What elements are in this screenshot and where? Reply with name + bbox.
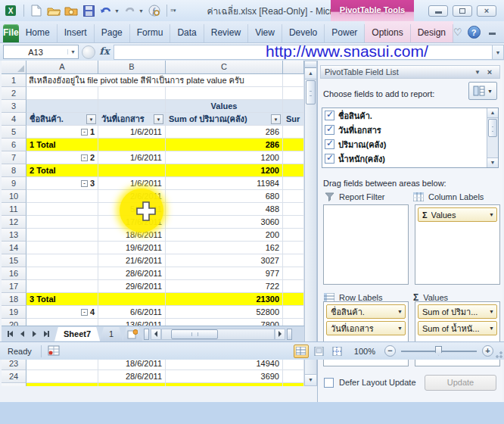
redo-icon[interactable]	[123, 4, 137, 17]
update-button[interactable]: Update	[425, 375, 496, 391]
row-header-8[interactable]: 8	[2, 164, 26, 177]
row-header-14[interactable]: 14	[2, 242, 26, 254]
cell-A9[interactable]: -3	[26, 177, 98, 190]
formula-input[interactable]: http://www.snasui.com/	[114, 45, 492, 60]
tab-insert[interactable]: Insert	[58, 24, 95, 42]
cell-C17[interactable]: 722	[166, 280, 283, 293]
cell-C9[interactable]: 11984	[166, 177, 283, 190]
field-pill[interactable]: วันที่เอกสาร▼	[326, 321, 406, 335]
cell-A17[interactable]	[26, 280, 98, 293]
resize-grip[interactable]	[493, 349, 502, 358]
filter-dropdown-icon[interactable]: ▼	[86, 114, 96, 124]
cell-C18[interactable]: 21300	[166, 293, 283, 306]
cell-D8[interactable]	[283, 164, 304, 177]
field-list-scrollbar[interactable]: ▲ ▼	[487, 108, 498, 167]
cell-C2[interactable]	[166, 87, 283, 100]
insert-worksheet-tab[interactable]	[123, 327, 142, 341]
tab-file[interactable]: File	[3, 24, 19, 42]
pill-dropdown-icon[interactable]: ▼	[397, 326, 403, 331]
column-header-C[interactable]: C	[166, 61, 283, 74]
excel-logo-icon[interactable]: X	[5, 4, 18, 17]
next-sheet-icon[interactable]	[29, 329, 39, 339]
insert-function-button[interactable]: fx	[95, 45, 114, 59]
pill-dropdown-icon[interactable]: ▼	[489, 326, 494, 331]
cell-D17[interactable]	[283, 280, 304, 293]
cell-C10[interactable]: 680	[166, 190, 283, 203]
pane-close-icon[interactable]: ×	[484, 67, 496, 76]
cell-B18[interactable]	[98, 293, 166, 306]
view-normal-button[interactable]	[294, 344, 309, 358]
cell-C16[interactable]: 977	[166, 267, 283, 280]
cell-B6[interactable]	[98, 139, 166, 151]
pill-dropdown-icon[interactable]: ▼	[489, 212, 494, 217]
field-list-item[interactable]: วันที่เอกสาร	[322, 123, 498, 137]
last-sheet-icon[interactable]	[41, 329, 51, 339]
cell-D14[interactable]	[283, 242, 304, 254]
folder-star-icon[interactable]	[64, 4, 78, 17]
cell-B24[interactable]: 28/6/2011	[98, 370, 166, 383]
cell-D18[interactable]	[283, 293, 304, 306]
cell-C12[interactable]: 3060	[166, 216, 283, 229]
tab-split-handle[interactable]	[287, 329, 292, 340]
tab-page-l[interactable]: Page L	[95, 24, 130, 42]
cell-A2[interactable]	[26, 87, 98, 100]
row-header-25[interactable]: 25	[2, 383, 26, 386]
restore-button[interactable]	[453, 5, 472, 17]
cell-B16[interactable]: 28/6/2011	[98, 267, 166, 280]
cell-C13[interactable]: 200	[166, 229, 283, 242]
undo-icon[interactable]	[99, 4, 113, 17]
cell-D16[interactable]	[283, 267, 304, 280]
cell-B25[interactable]	[98, 383, 166, 386]
help-icon[interactable]: ?	[468, 26, 481, 39]
cell-A15[interactable]	[26, 254, 98, 267]
cell-C11[interactable]: 488	[166, 203, 283, 216]
tab-options[interactable]: Options	[365, 24, 410, 42]
zoom-out-button[interactable]: −	[384, 345, 396, 357]
pane-menu-dropdown-icon[interactable]: ▼	[471, 69, 484, 76]
cell-A19[interactable]: -4	[26, 306, 98, 319]
macro-record-icon[interactable]	[48, 345, 61, 357]
first-sheet-icon[interactable]	[5, 329, 15, 339]
row-header-7[interactable]: 7	[2, 151, 26, 164]
cell-D25[interactable]	[283, 383, 304, 386]
name-box-dropdown-icon[interactable]: ▼	[67, 49, 78, 55]
cell-D9[interactable]	[283, 177, 304, 190]
sheet-tab-sheet7[interactable]: Sheet7	[54, 327, 100, 341]
tab-review[interactable]: Review	[204, 24, 248, 42]
scroll-up-icon[interactable]: ▲	[487, 108, 498, 118]
field-checkbox[interactable]	[325, 111, 334, 120]
formula-bar-splitter[interactable]	[82, 45, 95, 59]
row-header-10[interactable]: 10	[2, 190, 26, 203]
row-header-11[interactable]: 11	[2, 203, 26, 216]
cell-B5[interactable]: 1/6/2011	[98, 126, 166, 139]
cell-D4[interactable]: Sur	[283, 113, 304, 126]
row-header-4[interactable]: 4	[2, 113, 26, 126]
cell-B8[interactable]	[98, 164, 166, 177]
cell-A16[interactable]	[26, 267, 98, 280]
cell-B19[interactable]: 6/6/2011	[98, 306, 166, 319]
cell-C7[interactable]: 1200	[166, 151, 283, 164]
zoom-in-button[interactable]: +	[482, 345, 493, 357]
cell-A3[interactable]	[26, 100, 98, 113]
collapse-button[interactable]: -	[81, 154, 88, 161]
row-header-12[interactable]: 12	[2, 216, 26, 229]
row-header-18[interactable]: 18	[2, 293, 26, 306]
cell-C6[interactable]: 286	[166, 139, 283, 151]
cell-D6[interactable]	[283, 139, 304, 151]
cell-C14[interactable]: 162	[166, 242, 283, 254]
cell-B17[interactable]: 29/6/2011	[98, 280, 166, 293]
row-header-6[interactable]: 6	[2, 139, 26, 151]
cell-C4[interactable]: Sum of ปริมาณ(คลัง)▼	[166, 113, 283, 126]
name-box[interactable]: A13 ▼	[3, 45, 79, 59]
cell-A12[interactable]	[26, 216, 98, 229]
previous-sheet-icon[interactable]	[17, 329, 27, 339]
horizontal-scrollbar[interactable]	[161, 329, 275, 340]
report-filter-area[interactable]	[323, 204, 409, 285]
heart-icon[interactable]: ♡	[453, 26, 462, 38]
cell-B4[interactable]: วันที่เอกสาร▼	[98, 113, 166, 126]
row-header-5[interactable]: 5	[2, 126, 26, 139]
select-all-corner[interactable]	[2, 61, 26, 74]
column-labels-area[interactable]: ΣValues▼	[415, 204, 500, 285]
row-header-16[interactable]: 16	[2, 267, 26, 280]
field-checkbox[interactable]	[325, 125, 334, 135]
